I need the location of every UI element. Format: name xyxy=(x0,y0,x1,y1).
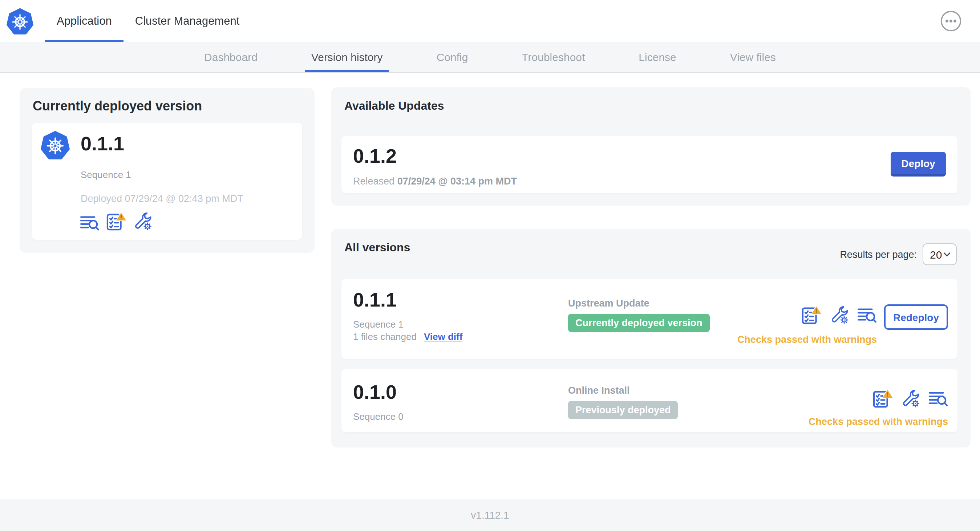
diff-logs-button[interactable] xyxy=(80,214,100,231)
subnav-item-troubleshoot[interactable]: Troubleshoot xyxy=(517,42,589,72)
status-badge-previously-deployed: Previously deployed xyxy=(568,401,678,419)
checklist-warning-icon xyxy=(872,389,894,408)
kubernetes-app-icon xyxy=(41,131,70,160)
top-bar: Application Cluster Management xyxy=(0,0,980,42)
redeploy-button[interactable]: Redeploy xyxy=(884,304,948,330)
version-row-0-1-1: 0.1.1 Sequence 1 1 files changed View di… xyxy=(341,279,958,359)
currently-deployed-version-panel: 0.1.1 Sequence 1 Deployed 07/29/24 @ 02:… xyxy=(32,123,302,240)
available-updates-title: Available Updates xyxy=(344,100,444,113)
subnav-item-config[interactable]: Config xyxy=(432,42,473,72)
results-per-page-label: Results per page: xyxy=(840,249,917,260)
preflight-checks-button[interactable] xyxy=(872,389,894,408)
version-row-0-1-0: 0.1.0 Sequence 0 Online Install Previous… xyxy=(341,369,958,432)
results-per-page: Results per page: 20 xyxy=(840,243,957,265)
released-datetime: 07/29/24 @ 03:14 pm MDT xyxy=(398,176,517,187)
row-sequence: Sequence 1 xyxy=(353,319,404,330)
currently-deployed-card: Currently deployed version 0.1.1 Sequenc… xyxy=(20,88,315,253)
current-version-sequence: Sequence 1 xyxy=(81,169,131,180)
status-badge-currently-deployed: Currently deployed version xyxy=(568,314,710,332)
config-button[interactable] xyxy=(902,389,920,408)
wrench-gear-icon xyxy=(902,389,920,408)
row-source: Upstream Update xyxy=(568,298,649,309)
checks-status-link[interactable]: Checks passed with warnings xyxy=(808,416,948,427)
diff-logs-button[interactable] xyxy=(857,307,877,323)
all-versions-card: All versions Results per page: 20 0.1.1 … xyxy=(331,229,970,447)
subnav-item-version-history[interactable]: Version history xyxy=(307,42,387,72)
row-action-icons xyxy=(801,305,877,325)
view-diff-link[interactable]: View diff xyxy=(424,331,462,342)
subnav-item-license[interactable]: License xyxy=(634,42,680,72)
config-button[interactable] xyxy=(134,212,153,231)
all-versions-title: All versions xyxy=(344,241,410,254)
chevron-down-icon xyxy=(943,252,951,257)
update-released-date: Released 07/29/24 @ 03:14 pm MDT xyxy=(353,176,517,187)
results-per-page-value: 20 xyxy=(930,248,942,261)
row-sequence: Sequence 0 xyxy=(353,411,404,422)
wrench-gear-icon xyxy=(830,305,849,324)
checks-status-link[interactable]: Checks passed with warnings xyxy=(737,334,877,345)
row-files-changed: 1 files changed View diff xyxy=(353,331,462,342)
checklist-warning-icon xyxy=(801,305,822,325)
row-version-number: 0.1.0 xyxy=(353,382,397,404)
tab-cluster-management-label: Cluster Management xyxy=(135,14,240,28)
released-label: Released xyxy=(353,176,395,187)
current-version-deployed-date: Deployed 07/29/24 @ 02:43 pm MDT xyxy=(81,193,243,204)
top-tabs: Application Cluster Management xyxy=(45,0,251,42)
subnav-item-dashboard[interactable]: Dashboard xyxy=(200,42,262,72)
diff-lines-magnifier-icon xyxy=(80,214,100,231)
preflight-checks-button[interactable] xyxy=(106,211,127,231)
tab-application[interactable]: Application xyxy=(45,0,124,42)
diff-logs-button[interactable] xyxy=(928,390,948,407)
main-content: Currently deployed version 0.1.1 Sequenc… xyxy=(0,73,980,499)
files-changed-label: 1 files changed xyxy=(353,331,417,342)
kubernetes-logo-icon xyxy=(6,8,33,35)
available-updates-card: Available Updates 0.1.2 Released 07/29/2… xyxy=(331,87,970,205)
row-version-number: 0.1.1 xyxy=(353,289,397,312)
currently-deployed-title: Currently deployed version xyxy=(33,99,202,114)
row-source: Online Install xyxy=(568,385,630,396)
ellipsis-icon xyxy=(940,10,962,32)
console-version: v1.112.1 xyxy=(471,509,509,521)
footer: v1.112.1 xyxy=(0,499,980,531)
more-menu-button[interactable] xyxy=(940,10,962,32)
app-root: Application Cluster Management Dashboard… xyxy=(0,0,980,531)
current-version-number: 0.1.1 xyxy=(81,133,124,156)
subnav-item-view-files[interactable]: View files xyxy=(726,42,780,72)
update-version-number: 0.1.2 xyxy=(353,145,397,168)
available-update-row: 0.1.2 Released 07/29/24 @ 03:14 pm MDT D… xyxy=(341,136,958,193)
config-button[interactable] xyxy=(830,305,849,324)
diff-lines-magnifier-icon xyxy=(928,390,948,407)
row-action-icons xyxy=(872,389,948,408)
results-per-page-select[interactable]: 20 xyxy=(923,243,957,265)
app-subnav: Dashboard Version history Config Trouble… xyxy=(0,42,980,73)
diff-lines-magnifier-icon xyxy=(857,307,877,323)
tab-cluster-management[interactable]: Cluster Management xyxy=(124,0,251,42)
current-version-actions xyxy=(80,211,153,231)
deploy-button[interactable]: Deploy xyxy=(891,152,946,176)
wrench-gear-icon xyxy=(134,212,153,231)
checklist-warning-icon xyxy=(106,211,127,231)
tab-application-label: Application xyxy=(57,14,112,28)
preflight-checks-button[interactable] xyxy=(801,305,822,325)
